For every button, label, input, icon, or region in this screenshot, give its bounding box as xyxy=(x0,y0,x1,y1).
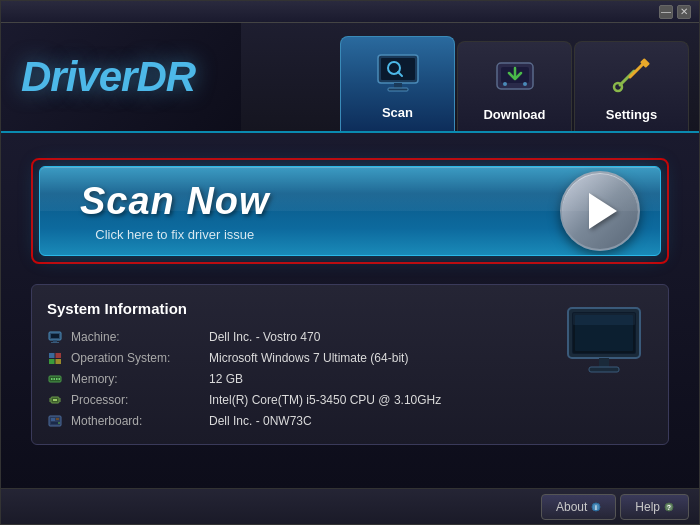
tab-download-label: Download xyxy=(483,107,545,122)
svg-rect-16 xyxy=(51,334,59,338)
help-label: Help xyxy=(635,500,660,514)
svg-rect-26 xyxy=(56,378,58,380)
content-area: Scan Now Click here to fix driver issue … xyxy=(1,133,699,488)
os-label: Operation System: xyxy=(71,351,201,365)
logo-text: DriverDR xyxy=(21,53,195,101)
help-button[interactable]: Help ? xyxy=(620,494,689,520)
os-value: Microsoft Windows 7 Ultimate (64-bit) xyxy=(209,351,408,365)
sysinfo-machine-row: Machine: Dell Inc. - Vostro 470 xyxy=(47,329,543,345)
scan-title: Scan Now xyxy=(80,180,270,223)
svg-text:?: ? xyxy=(667,504,671,511)
tab-scan[interactable]: Scan xyxy=(340,36,455,131)
svg-rect-45 xyxy=(575,315,633,351)
svg-rect-44 xyxy=(589,367,619,372)
bottom-bar: About i Help ? xyxy=(1,488,699,524)
sysinfo-motherboard-row: Motherboard: Dell Inc. - 0NW73C xyxy=(47,413,543,429)
machine-value: Dell Inc. - Vostro 470 xyxy=(209,330,320,344)
sysinfo-os-row: Operation System: Microsoft Windows 7 Ul… xyxy=(47,350,543,366)
svg-rect-35 xyxy=(51,418,55,421)
close-button[interactable]: ✕ xyxy=(677,5,691,19)
main-window: — ✕ DriverDR xyxy=(0,0,700,525)
svg-rect-19 xyxy=(49,353,55,358)
memory-label: Memory: xyxy=(71,372,201,386)
processor-value: Intel(R) Core(TM) i5-3450 CPU @ 3.10GHz xyxy=(209,393,441,407)
tab-settings[interactable]: Settings xyxy=(574,41,689,131)
svg-point-38 xyxy=(58,422,60,424)
scan-now-button[interactable]: Scan Now Click here to fix driver issue xyxy=(39,166,661,256)
motherboard-icon xyxy=(47,413,63,429)
header: DriverDR S xyxy=(1,23,699,133)
svg-text:i: i xyxy=(595,504,597,511)
memory-value: 12 GB xyxy=(209,372,243,386)
motherboard-label: Motherboard: xyxy=(71,414,201,428)
arrow-icon xyxy=(589,193,617,229)
svg-point-12 xyxy=(614,83,622,91)
svg-rect-36 xyxy=(56,418,59,420)
system-info-table: Machine: Dell Inc. - Vostro 470 xyxy=(47,329,543,429)
logo-area: DriverDR xyxy=(1,23,241,131)
os-icon xyxy=(47,350,63,366)
svg-rect-18 xyxy=(51,342,59,343)
svg-rect-17 xyxy=(53,340,57,342)
svg-point-9 xyxy=(503,82,507,86)
svg-point-10 xyxy=(523,82,527,86)
system-info-content: System Information Machine: Del xyxy=(47,300,543,429)
svg-line-13 xyxy=(630,63,644,77)
nav-tabs: Scan Download xyxy=(340,23,699,131)
help-icon: ? xyxy=(664,502,674,512)
machine-icon xyxy=(47,329,63,345)
svg-rect-4 xyxy=(394,83,402,88)
about-button[interactable]: About i xyxy=(541,494,616,520)
scan-text-area: Scan Now Click here to fix driver issue xyxy=(80,180,270,242)
scan-button-container: Scan Now Click here to fix driver issue xyxy=(31,158,669,264)
monitor-image xyxy=(563,300,653,380)
title-bar: — ✕ xyxy=(1,1,699,23)
scan-arrow-button[interactable] xyxy=(560,171,640,251)
tab-scan-label: Scan xyxy=(382,105,413,120)
about-icon: i xyxy=(591,502,601,512)
memory-icon xyxy=(47,371,63,387)
tab-download[interactable]: Download xyxy=(457,41,572,131)
title-bar-buttons: — ✕ xyxy=(659,5,691,19)
tab-settings-label: Settings xyxy=(606,107,657,122)
svg-rect-27 xyxy=(59,378,61,380)
svg-rect-37 xyxy=(51,422,59,424)
svg-rect-21 xyxy=(49,359,55,364)
download-tab-icon xyxy=(491,51,539,99)
processor-icon xyxy=(47,392,63,408)
svg-rect-25 xyxy=(54,378,56,380)
processor-label: Processor: xyxy=(71,393,201,407)
about-label: About xyxy=(556,500,587,514)
settings-tab-icon xyxy=(608,51,656,99)
scan-subtitle: Click here to fix driver issue xyxy=(80,227,270,242)
svg-rect-29 xyxy=(53,399,57,401)
machine-label: Machine: xyxy=(71,330,201,344)
svg-rect-22 xyxy=(56,359,62,364)
minimize-button[interactable]: — xyxy=(659,5,673,19)
sysinfo-processor-row: Processor: Intel(R) Core(TM) i5-3450 CPU… xyxy=(47,392,543,408)
svg-rect-1 xyxy=(381,58,415,80)
scan-tab-icon xyxy=(374,49,422,97)
system-info-panel: System Information Machine: Del xyxy=(31,284,669,445)
svg-rect-20 xyxy=(56,353,62,358)
sysinfo-memory-row: Memory: 12 GB xyxy=(47,371,543,387)
svg-rect-5 xyxy=(388,88,408,91)
system-info-title: System Information xyxy=(47,300,543,317)
svg-rect-24 xyxy=(51,378,53,380)
motherboard-value: Dell Inc. - 0NW73C xyxy=(209,414,312,428)
